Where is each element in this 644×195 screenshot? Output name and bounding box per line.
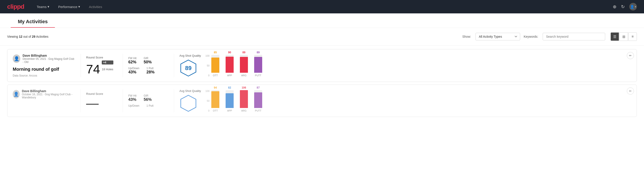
performance-label: Performance bbox=[58, 5, 78, 9]
score-number: 74 bbox=[86, 63, 100, 76]
gir-label: GIR bbox=[144, 94, 152, 97]
svg-marker-1 bbox=[181, 95, 196, 111]
stat-gir: GIR 50% bbox=[144, 57, 152, 64]
bar-group: 85 OTT bbox=[211, 51, 219, 77]
one-putt-label: 1 Putt bbox=[146, 67, 154, 70]
chart-y-labels: 100 50 0 bbox=[206, 54, 210, 77]
round-score-label: Round Score bbox=[86, 56, 117, 59]
fw-hit-label: FW Hit bbox=[128, 94, 136, 97]
bar-fill bbox=[211, 58, 219, 73]
bar-group: 90 APP bbox=[226, 51, 234, 77]
bar-category: OTT bbox=[213, 74, 218, 77]
chart-wrapper: 100 50 0 85 OTT 90 APP bbox=[206, 54, 631, 77]
filter-bar: Viewing 12 out of 29 Activities Show: Al… bbox=[0, 28, 644, 46]
nav-item-performance[interactable]: Performance ▾ bbox=[57, 3, 81, 10]
score-main: — bbox=[86, 97, 117, 109]
activity-card: 👤 Dave Billingham October 16, 2021 · Gog… bbox=[7, 84, 637, 117]
user-avatar: 👤 bbox=[13, 90, 20, 98]
bar-value: 94 bbox=[214, 86, 217, 89]
chart-wrapper: 100 50 0 94 OTT 82 APP bbox=[206, 90, 631, 112]
navbar: clippd Teams ▾ Performance ▾ Activities … bbox=[0, 0, 644, 14]
up-down-label: Up/Down bbox=[128, 67, 139, 70]
user-date: December 05, 2021 · Gog Magog Golf Club … bbox=[22, 57, 75, 64]
user-info: Dave Billingham October 16, 2021 · Gog M… bbox=[22, 89, 75, 99]
bar-category: OTT bbox=[213, 109, 218, 112]
bar-category: PUTT bbox=[255, 109, 262, 112]
user-name: Dave Billingham bbox=[22, 54, 75, 57]
user-name: Dave Billingham bbox=[22, 89, 75, 93]
card-user: 👤 Dave Billingham December 05, 2021 · Go… bbox=[13, 54, 75, 64]
user-date: October 16, 2021 · Gog Magog Golf Club -… bbox=[22, 93, 75, 99]
stat-fw-hit: FW Hit 43% bbox=[128, 94, 136, 102]
hexagon: 89 bbox=[180, 59, 197, 77]
one-putt-value: 28% bbox=[146, 70, 154, 74]
bar-value: 89 bbox=[242, 51, 245, 54]
nav-item-activities[interactable]: Activities bbox=[88, 3, 103, 10]
stat-one-putt: 1 Putt bbox=[146, 104, 153, 107]
stat-fw-hit: FW Hit 62% bbox=[128, 57, 136, 64]
avatar-icon: 👤 bbox=[630, 5, 634, 9]
fw-hit-label: FW Hit bbox=[128, 57, 136, 60]
list-compact-view-button[interactable]: ≡ bbox=[628, 32, 637, 41]
user-avatar[interactable]: 👤 ▾ bbox=[629, 3, 637, 10]
y-label-50: 50 bbox=[206, 64, 210, 67]
gir-value: 56% bbox=[144, 97, 152, 102]
card-divider bbox=[80, 89, 81, 112]
one-putt-label: 1 Putt bbox=[146, 104, 153, 107]
view-toggles: ☰ ⊞ ≡ bbox=[610, 32, 637, 41]
pencil-icon: ✏ bbox=[629, 89, 632, 93]
nav-item-teams[interactable]: Teams ▾ bbox=[36, 3, 50, 10]
data-source: Data Source: Arccos bbox=[13, 74, 75, 77]
card-divider-2 bbox=[123, 54, 123, 77]
avatar-person-icon: 👤 bbox=[14, 56, 20, 61]
nav-icons: ⊕ ↻ 👤 ▾ bbox=[613, 3, 637, 10]
chart-y-labels: 100 50 0 bbox=[206, 90, 210, 112]
logo[interactable]: clippd bbox=[7, 3, 24, 10]
refresh-icon[interactable]: ↻ bbox=[621, 4, 625, 9]
card-divider-3 bbox=[174, 89, 174, 112]
bar-category: APP bbox=[227, 74, 232, 77]
avatar-person-icon: 👤 bbox=[14, 92, 19, 97]
performance-chevron-icon: ▾ bbox=[78, 5, 80, 9]
list-dense-view-button[interactable]: ☰ bbox=[610, 32, 619, 41]
bar-chart: 100 50 0 85 OTT 90 APP bbox=[206, 54, 631, 77]
up-down-label: Up/Down bbox=[128, 104, 139, 107]
y-label-0: 0 bbox=[206, 74, 210, 77]
bar-outer bbox=[211, 90, 219, 108]
keyword-search-input[interactable] bbox=[543, 33, 605, 40]
bar-value: 82 bbox=[228, 86, 231, 89]
bar-group: 89 ARG bbox=[240, 51, 248, 77]
grid-view-button[interactable]: ⊞ bbox=[620, 32, 628, 41]
chart-bars: 94 OTT 82 APP 106 ARG 8 bbox=[211, 90, 262, 112]
stat-gir: GIR 56% bbox=[144, 94, 152, 102]
bar-category: APP bbox=[227, 109, 232, 112]
edit-button[interactable]: ✏ bbox=[627, 88, 634, 94]
user-info: Dave Billingham December 05, 2021 · Gog … bbox=[22, 54, 75, 64]
bar-value: 87 bbox=[256, 86, 260, 89]
bar-outer bbox=[226, 90, 234, 108]
card-left: 👤 Dave Billingham October 16, 2021 · Gog… bbox=[13, 89, 75, 112]
bar-value: 90 bbox=[228, 51, 231, 54]
hexagon bbox=[180, 94, 197, 112]
score-number: — bbox=[86, 97, 99, 109]
keywords-label: Keywords: bbox=[524, 35, 538, 38]
bar-category: ARG bbox=[241, 109, 246, 112]
add-icon[interactable]: ⊕ bbox=[613, 4, 616, 9]
page-header: My Activities bbox=[11, 14, 55, 28]
bar-value: 106 bbox=[242, 86, 246, 89]
quality-section: Avg Shot Quality 100 50 0 bbox=[180, 89, 631, 112]
list-compact-icon: ≡ bbox=[632, 34, 634, 38]
hexagon-value: 89 bbox=[185, 65, 192, 72]
edit-button[interactable]: ✏ bbox=[627, 52, 634, 59]
avg-shot-quality-label: Avg Shot Quality bbox=[180, 89, 201, 92]
teams-chevron-icon: ▾ bbox=[48, 5, 49, 9]
round-score-section: Round Score — bbox=[86, 89, 117, 112]
activity-type-select[interactable]: All Activity Types Rounds Practices bbox=[476, 33, 520, 40]
bar-group: 106 ARG bbox=[240, 86, 248, 112]
viewing-count: 12 bbox=[19, 35, 22, 38]
y-label-100: 100 bbox=[206, 90, 210, 92]
activity-card: 👤 Dave Billingham December 05, 2021 · Go… bbox=[7, 49, 637, 82]
bar-group: 94 OTT bbox=[211, 86, 219, 112]
bar-outer bbox=[211, 55, 219, 73]
bar-fill bbox=[240, 90, 248, 108]
